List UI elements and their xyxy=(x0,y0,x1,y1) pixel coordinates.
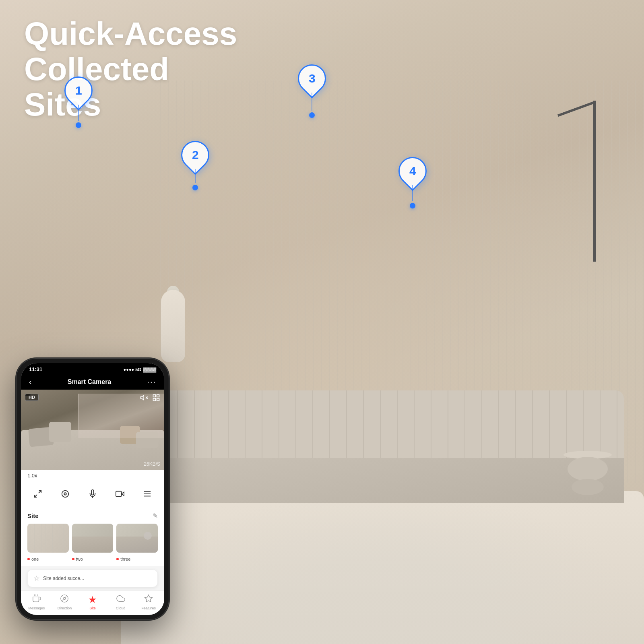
svg-rect-6 xyxy=(157,398,159,401)
battery-icon: ▓▓▓▓ xyxy=(143,367,156,372)
site-dot-3 xyxy=(116,558,119,560)
layout-icon[interactable] xyxy=(152,394,160,404)
svg-point-9 xyxy=(62,491,69,497)
record-button[interactable] xyxy=(112,486,128,502)
features-icon xyxy=(144,594,153,605)
toast-star-icon: ☆ xyxy=(33,574,40,583)
svg-marker-0 xyxy=(141,395,144,400)
phone-wrapper: 11:31 ●●●● 5G ▓▓▓▓ ‹ Smart Camera ··· xyxy=(16,358,169,620)
status-right: ●●●● 5G ▓▓▓▓ xyxy=(124,367,156,372)
site-thumb-2[interactable] xyxy=(72,524,114,553)
more-options-button[interactable] xyxy=(139,486,155,502)
svg-rect-5 xyxy=(153,398,156,401)
svg-line-8 xyxy=(35,495,37,497)
pin-line-2 xyxy=(195,169,196,183)
site-icon: ★ xyxy=(88,594,97,605)
thumb-inner-1 xyxy=(27,524,69,553)
site-edit-button[interactable]: ✎ xyxy=(153,512,158,520)
svg-point-20 xyxy=(61,595,68,602)
microphone-button[interactable] xyxy=(85,486,101,502)
phone-screen: 11:31 ●●●● 5G ▓▓▓▓ ‹ Smart Camera ··· xyxy=(21,363,164,615)
pin-dot-1 xyxy=(76,122,81,128)
cam-wall xyxy=(78,394,164,438)
nav-item-direction[interactable]: Direction xyxy=(51,594,79,610)
vase xyxy=(161,282,185,362)
site-label-nav: Site xyxy=(89,606,96,610)
pin-dot-3 xyxy=(309,112,315,118)
svg-marker-21 xyxy=(63,597,66,600)
snapshot-button[interactable] xyxy=(57,486,73,502)
site-name-1: one xyxy=(27,557,69,561)
sofa-back xyxy=(161,390,624,458)
cam-pillow-2 xyxy=(49,422,71,442)
site-section: Site ✎ xyxy=(21,507,164,566)
messages-label: Messages xyxy=(28,606,45,610)
control-bar xyxy=(21,481,164,507)
svg-rect-3 xyxy=(153,395,156,397)
hd-badge: HD xyxy=(25,394,39,401)
nav-item-features[interactable]: Features xyxy=(134,594,163,610)
side-table xyxy=(564,451,612,503)
direction-icon xyxy=(60,594,69,605)
nav-item-site[interactable]: ★ Site xyxy=(78,594,107,610)
site-dot-1 xyxy=(27,558,30,560)
table-middle xyxy=(568,457,608,481)
nav-item-messages[interactable]: Messages xyxy=(23,594,51,610)
pin-line-1 xyxy=(78,105,79,121)
zoom-level: 1.0x xyxy=(21,470,164,481)
thumb-inner-3 xyxy=(116,524,158,553)
status-time: 11:31 xyxy=(29,366,42,372)
pin-dot-4 xyxy=(410,203,415,208)
back-button[interactable]: ‹ xyxy=(29,377,32,386)
svg-marker-22 xyxy=(145,595,152,602)
fullscreen-button[interactable] xyxy=(30,486,46,502)
camera-view: HD 26KB/S xyxy=(21,390,164,470)
site-name-3: three xyxy=(116,557,158,561)
lamp-stick xyxy=(593,101,596,262)
bottom-nav: Messages Direction ★ Site xyxy=(21,590,164,615)
location-pin-4: 4 xyxy=(398,157,427,208)
thumb3-sofa xyxy=(116,537,158,553)
signal-icon: ●●●● 5G xyxy=(124,367,141,372)
lamp-post xyxy=(593,101,596,262)
pin-line-3 xyxy=(312,93,312,111)
phone-device: 11:31 ●●●● 5G ▓▓▓▓ ‹ Smart Camera ··· xyxy=(16,358,169,620)
direction-label: Direction xyxy=(58,606,72,610)
site-header: Site ✎ xyxy=(27,512,158,520)
status-bar: 11:31 ●●●● 5G ▓▓▓▓ xyxy=(21,363,164,374)
nav-item-cloud[interactable]: Cloud xyxy=(107,594,135,610)
dynamic-island xyxy=(74,368,111,378)
svg-rect-13 xyxy=(116,491,122,497)
site-dot-2 xyxy=(72,558,74,560)
sofa xyxy=(161,390,624,503)
thumb-inner-2 xyxy=(72,524,114,553)
svg-marker-12 xyxy=(122,492,124,495)
toast-text: Site added succe... xyxy=(43,576,84,581)
pin-dot-2 xyxy=(192,185,198,190)
site-thumb-1[interactable] xyxy=(27,524,69,553)
vase-body xyxy=(161,290,185,362)
site-thumb-3[interactable] xyxy=(116,524,158,553)
cloud-icon xyxy=(116,594,125,605)
cloud-label: Cloud xyxy=(116,606,126,610)
site-thumbnails xyxy=(27,524,158,553)
thumb2-sofa xyxy=(72,537,114,553)
svg-line-7 xyxy=(39,491,41,493)
location-pin-3: 3 xyxy=(298,64,326,118)
site-name-2: two xyxy=(72,557,114,561)
site-names: one two three xyxy=(27,557,158,561)
screen-title: Smart Camera xyxy=(68,378,111,386)
table-bottom xyxy=(572,479,604,495)
mute-icon[interactable] xyxy=(140,394,148,404)
pin-line-4 xyxy=(412,185,413,201)
location-pin-1: 1 xyxy=(64,76,93,128)
svg-rect-4 xyxy=(157,395,159,397)
site-section-label: Site xyxy=(27,512,39,519)
features-label: Features xyxy=(141,606,156,610)
kb-badge: 26KB/S xyxy=(144,461,160,467)
more-button[interactable]: ··· xyxy=(147,377,156,386)
rug xyxy=(121,491,644,644)
svg-point-10 xyxy=(64,493,66,495)
location-pin-2: 2 xyxy=(181,141,209,190)
success-toast: ☆ Site added succe... xyxy=(27,570,158,587)
